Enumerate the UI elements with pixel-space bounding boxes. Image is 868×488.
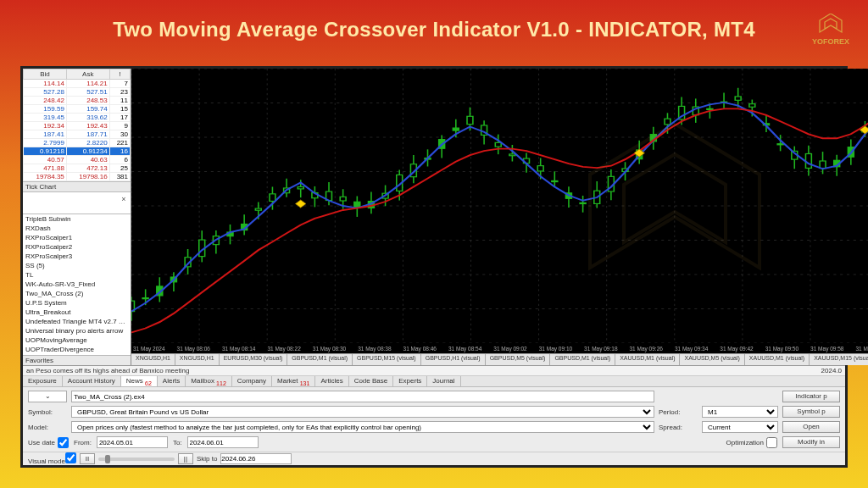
- svg-rect-51: [298, 187, 303, 189]
- navigator-item[interactable]: RXProScalper1: [23, 233, 131, 242]
- col-last[interactable]: !: [109, 69, 130, 80]
- svg-marker-184: [860, 126, 868, 134]
- chart-tab[interactable]: GBPUSD,M1 (visual): [287, 354, 353, 365]
- ea-file-input[interactable]: [71, 391, 654, 402]
- market-row[interactable]: 114.14114.217: [24, 80, 131, 88]
- svg-rect-47: [270, 194, 275, 202]
- symbol-label: Symbol:: [28, 408, 67, 416]
- navigator-item[interactable]: RXDash: [23, 224, 131, 233]
- from-date-input[interactable]: [97, 436, 168, 448]
- terminal-tab[interactable]: Company: [232, 376, 272, 386]
- terminal-tab[interactable]: Articles: [315, 376, 348, 386]
- svg-rect-81: [509, 154, 515, 156]
- svg-rect-115: [749, 104, 755, 108]
- terminal-tab[interactable]: Code Base: [349, 376, 394, 386]
- terminal-tab[interactable]: Experts: [393, 376, 427, 386]
- market-row[interactable]: 192.34192.439: [24, 122, 131, 130]
- market-row[interactable]: 187.41187.7130: [24, 130, 131, 139]
- navigator-item[interactable]: UOPTraderDivergence: [23, 345, 131, 354]
- svg-rect-29: [142, 298, 148, 299]
- terminal-tab[interactable]: Alerts: [158, 376, 186, 386]
- svg-rect-73: [453, 128, 459, 130]
- market-row[interactable]: 2.79992.8220221: [24, 139, 131, 147]
- col-bid[interactable]: Bid: [24, 69, 67, 80]
- chart-tab[interactable]: XNGUSD,H1: [131, 354, 175, 365]
- navigator[interactable]: TripleB SubwinRXDashRXProScalper1RXProSc…: [23, 214, 131, 355]
- modify-expert-button[interactable]: Modify in: [782, 436, 840, 448]
- chart-tab[interactable]: XAUUSD,M15 (visual): [810, 354, 868, 365]
- chart-tab[interactable]: GBPUSD,M1 (visual): [550, 354, 615, 365]
- symbol-select[interactable]: GBPUSD, Great Britain Pound vs US Dollar: [71, 406, 654, 418]
- step-button[interactable]: ||: [178, 453, 193, 464]
- skip-to-label: Skip to: [197, 455, 217, 463]
- period-select[interactable]: M1: [702, 406, 778, 418]
- market-row[interactable]: 40.5740.636: [24, 156, 131, 164]
- terminal-tab[interactable]: Account History: [63, 376, 121, 386]
- to-date-input[interactable]: [187, 436, 259, 448]
- market-row[interactable]: 471.88472.1325: [24, 164, 131, 173]
- model-select[interactable]: Open prices only (fastest method to anal…: [71, 421, 654, 433]
- svg-rect-87: [552, 180, 558, 181]
- chart-tab[interactable]: XAUUSD,M5 (visual): [680, 354, 744, 365]
- navigator-item[interactable]: SS (5): [23, 261, 131, 270]
- tick-chart: ×: [23, 192, 131, 214]
- spread-select[interactable]: Current: [702, 421, 778, 433]
- expand-icon[interactable]: ⌄: [28, 391, 67, 402]
- market-row[interactable]: 248.42248.5311: [24, 97, 131, 105]
- navigator-item[interactable]: Undefeated Triangle MT4 v2.7 No DLL: [23, 317, 131, 326]
- chart-tabs: XNGUSD,H1XNGUSD,H1EURUSD,M30 (visual)GBP…: [131, 353, 868, 365]
- navigator-item[interactable]: RXProScalper3: [23, 252, 131, 261]
- skip-to-input[interactable]: [220, 453, 292, 464]
- navigator-item[interactable]: RXProScalper2: [23, 242, 131, 252]
- pause-button[interactable]: II: [80, 453, 95, 464]
- to-label: To:: [173, 439, 182, 446]
- terminal-tab[interactable]: Market 131: [272, 376, 315, 386]
- market-row[interactable]: 527.28527.5123: [24, 88, 131, 97]
- chart-tab[interactable]: XAUUSD,M1 (visual): [615, 354, 680, 365]
- chart-tab[interactable]: GBPUSD,M5 (visual): [486, 354, 551, 365]
- navigator-item[interactable]: Two_MA_Cross (2): [23, 289, 131, 298]
- navigator-item[interactable]: TL: [23, 270, 131, 280]
- chart-tab[interactable]: EURUSD,M30 (visual): [220, 354, 288, 365]
- chart-area[interactable]: [131, 69, 868, 343]
- chart-tab[interactable]: GBPUSD,M15 (visual): [353, 354, 421, 365]
- market-watch[interactable]: Bid Ask ! 114.14114.217527.28527.5123248…: [23, 69, 131, 181]
- terminal-tab[interactable]: Mailbox 112: [186, 376, 231, 386]
- favorites-tab[interactable]: Favorites: [23, 355, 131, 365]
- open-chart-button[interactable]: Open: [782, 421, 840, 433]
- terminal-tab[interactable]: Journal: [427, 376, 460, 386]
- col-ask[interactable]: Ask: [66, 69, 109, 80]
- navigator-item[interactable]: Universal binary pro alerts arrow: [23, 326, 131, 336]
- close-icon[interactable]: ×: [119, 194, 129, 204]
- tick-chart-label[interactable]: Tick Chart: [23, 181, 131, 192]
- terminal-tab[interactable]: News 62: [121, 376, 158, 386]
- navigator-item[interactable]: UOPMovingAverage: [23, 336, 131, 345]
- symbol-props-button[interactable]: Symbol p: [782, 406, 840, 418]
- svg-rect-123: [805, 153, 811, 168]
- chart-tab[interactable]: XNGUSD,H1: [175, 354, 220, 365]
- svg-rect-57: [340, 197, 346, 201]
- market-row[interactable]: 319.45319.6217: [24, 114, 131, 122]
- optimization-checkbox[interactable]: Optimization: [726, 437, 777, 448]
- navigator-item[interactable]: Ultra_Breakout: [23, 308, 131, 317]
- news-time: 2024.0: [821, 367, 842, 374]
- navigator-item[interactable]: U.P.S System: [23, 298, 131, 308]
- use-date-checkbox[interactable]: Use date: [28, 437, 69, 448]
- market-row[interactable]: 159.59159.7415: [24, 105, 131, 114]
- terminal-tab[interactable]: Exposure: [23, 376, 63, 386]
- speed-slider[interactable]: [98, 458, 175, 461]
- news-headline[interactable]: an Peso comes off its highs ahead of Ban…: [26, 367, 189, 374]
- indicator-props-button[interactable]: Indicator p: [782, 391, 840, 402]
- navigator-item[interactable]: TripleB Subwin: [23, 214, 131, 224]
- terminal-tabs: ExposureAccount HistoryNews 62AlertsMail…: [23, 376, 845, 387]
- navigator-item[interactable]: WK-Auto-SR-V3_Fixed: [23, 280, 131, 289]
- svg-rect-103: [665, 119, 670, 125]
- market-row[interactable]: 19784.3519798.16381: [24, 173, 131, 181]
- page-title: Two Moving Average Crossover Indicator V…: [113, 18, 755, 42]
- visual-mode-checkbox[interactable]: Visual mode: [28, 452, 76, 465]
- spread-label: Spread:: [659, 424, 698, 431]
- svg-rect-75: [467, 116, 473, 124]
- chart-tab[interactable]: GBPUSD,H1 (visual): [421, 354, 486, 365]
- market-row[interactable]: 0.912180.9123416: [24, 147, 131, 156]
- chart-tab[interactable]: XAUUSD,M1 (visual): [745, 354, 810, 365]
